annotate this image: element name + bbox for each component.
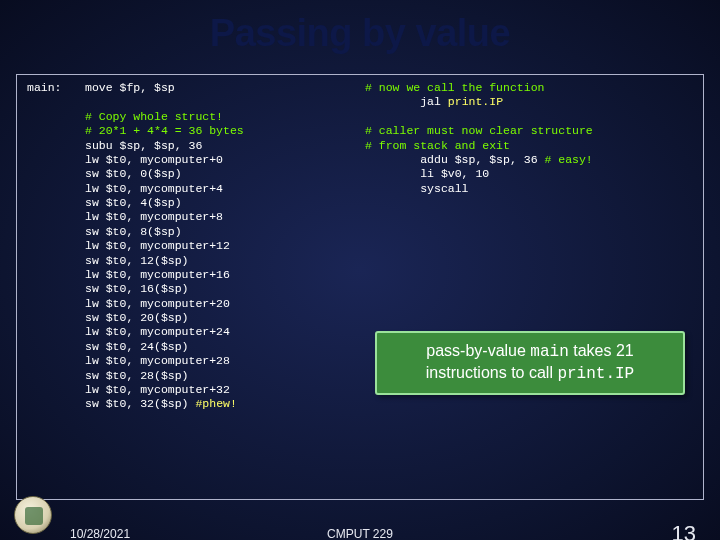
footer-page: 13: [672, 521, 696, 540]
code-line: lw $t0, mycomputer+32: [85, 383, 230, 396]
callout-mono: main: [530, 343, 568, 361]
code-comment: # 20*1 + 4*4 = 36 bytes: [85, 124, 244, 137]
code-line: lw $t0, mycomputer+24: [85, 325, 230, 338]
code-line: sw $t0, 4($sp): [85, 196, 182, 209]
code-line: move $fp, $sp: [85, 81, 175, 94]
code-line: sw $t0, 8($sp): [85, 225, 182, 238]
code-line: lw $t0, mycomputer+12: [85, 239, 230, 252]
code-line: lw $t0, mycomputer+20: [85, 297, 230, 310]
code-comment: # now we call the function: [365, 81, 544, 94]
code-line: subu $sp, $sp, 36: [85, 139, 202, 152]
code-comment: # caller must now clear structure: [365, 124, 593, 137]
code-line: lw $t0, mycomputer+16: [85, 268, 230, 281]
code-line: lw $t0, mycomputer+4: [85, 182, 223, 195]
code-line: addu $sp, $sp, 36: [365, 153, 544, 166]
code-right-column: # now we call the function jal print.IP …: [365, 81, 693, 493]
code-line: sw $t0, 12($sp): [85, 254, 189, 267]
label-column: main:: [27, 81, 85, 493]
code-line: lw $t0, mycomputer+28: [85, 354, 230, 367]
code-line: sw $t0, 24($sp): [85, 340, 189, 353]
code-comment: # from stack and exit: [365, 139, 510, 152]
code-comment-phew: #phew!: [195, 397, 236, 410]
code-line: sw $t0, 16($sp): [85, 282, 189, 295]
footer-course: CMPUT 229: [327, 527, 393, 540]
code-line: lw $t0, mycomputer+8: [85, 210, 223, 223]
callout-box: pass-by-value main takes 21 instructions…: [375, 331, 685, 395]
code-line: jal: [365, 95, 448, 108]
code-columns: main: move $fp, $sp # Copy whole struct!…: [27, 81, 693, 493]
code-line: sw $t0, 20($sp): [85, 311, 189, 324]
code-line: sw $t0, 0($sp): [85, 167, 182, 180]
code-line: syscall: [365, 182, 469, 195]
code-line: li $v0, 10: [365, 167, 489, 180]
code-line: sw $t0, 32($sp): [85, 397, 195, 410]
code-line: lw $t0, mycomputer+0: [85, 153, 223, 166]
label-main: main:: [27, 81, 62, 94]
code-comment: # Copy whole struct!: [85, 110, 223, 123]
code-left-column: move $fp, $sp # Copy whole struct! # 20*…: [85, 81, 365, 493]
callout-mono: print.IP: [557, 365, 634, 383]
slide-title: Passing by value: [0, 0, 720, 63]
code-frame: main: move $fp, $sp # Copy whole struct!…: [16, 74, 704, 500]
university-seal-icon: [14, 496, 52, 534]
code-comment: # easy!: [544, 153, 592, 166]
footer-date: 10/28/2021: [70, 527, 130, 540]
callout-text: pass-by-value: [426, 342, 530, 359]
code-line: sw $t0, 28($sp): [85, 369, 189, 382]
code-symbol: print.IP: [448, 95, 503, 108]
